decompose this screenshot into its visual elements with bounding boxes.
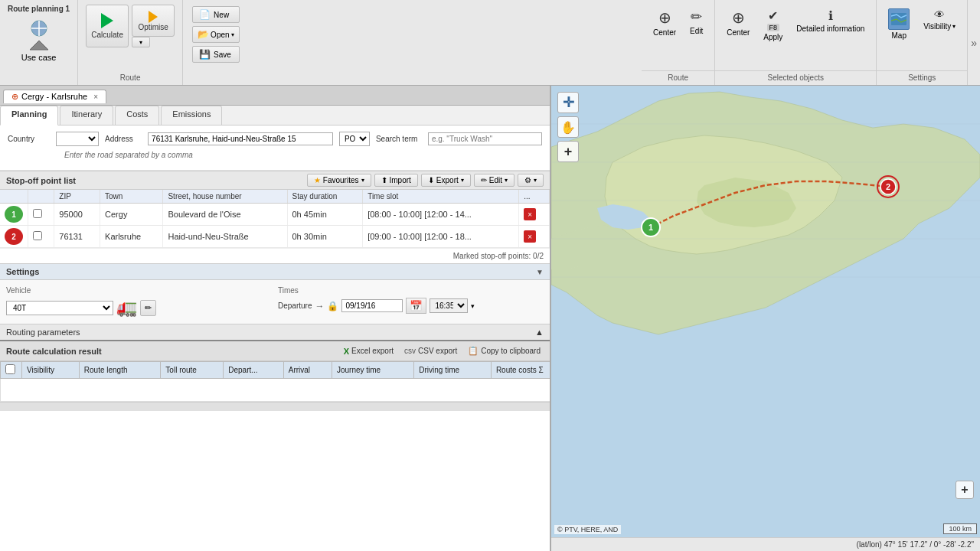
- center-route-label: Center: [653, 28, 676, 37]
- search-input[interactable]: [428, 132, 542, 145]
- visibility-button[interactable]: 👁 Visibility ▾: [918, 5, 961, 34]
- csv-export-button[interactable]: csv CSV export: [401, 345, 460, 357]
- td-check-2: [28, 226, 54, 248]
- result-empty-row: [1, 379, 550, 402]
- favourites-button[interactable]: ★ Favourites ▾: [307, 174, 371, 187]
- apply-icon: ✔: [768, 8, 778, 23]
- map-crosshair-button[interactable]: ✛: [557, 92, 579, 113]
- tab-emissions[interactable]: Emissions: [161, 106, 222, 125]
- import-button[interactable]: ⬆ Import: [374, 174, 418, 187]
- horizontal-scrollbar[interactable]: [0, 402, 550, 411]
- calendar-button[interactable]: 📅: [406, 298, 426, 314]
- map-button[interactable]: Map: [883, 5, 915, 44]
- settings-section: Settings ▼ Vehicle 40T 🚛 ✏ Times: [0, 263, 550, 324]
- toolbar-expand[interactable]: »: [967, 0, 980, 85]
- th-street: Street, house number: [163, 190, 287, 204]
- table-row: 2 76131 Karlsruhe Haid-und-Neu-Straße 0h…: [0, 226, 550, 248]
- tab-planning[interactable]: Planning: [0, 106, 58, 126]
- svg-text:2: 2: [886, 182, 890, 191]
- export-chevron: ▾: [461, 177, 464, 184]
- edit-stopoff-button[interactable]: ✏ Edit ▾: [474, 174, 514, 187]
- search-term-label: Search term: [376, 135, 422, 143]
- route-tab[interactable]: ⊕ Cergy - Karlsruhe ×: [3, 90, 106, 103]
- tab-costs[interactable]: Costs: [115, 106, 159, 125]
- route-tab-close[interactable]: ×: [93, 93, 98, 101]
- apply-button[interactable]: ✔ F8 Apply: [758, 5, 788, 45]
- calculate-button[interactable]: Calculate: [86, 5, 129, 47]
- map-coords-text: (lat/lon) 47° 15' 17.2" / 0° -28' -2.2": [857, 540, 974, 549]
- th-checkbox: [0, 190, 28, 204]
- settings-header[interactable]: Settings ▼: [0, 264, 550, 280]
- date-input[interactable]: [341, 299, 403, 312]
- gear-button[interactable]: ⚙ ▾: [518, 174, 544, 187]
- vehicle-row: 40T 🚛 ✏: [6, 298, 272, 318]
- planning-tabs: Planning Itinerary Costs Emissions: [0, 106, 550, 126]
- edit-stopoff-icon: ✏: [481, 176, 487, 184]
- detailed-info-button[interactable]: ℹ Detailed information: [791, 5, 870, 37]
- map-zoom-in-button[interactable]: +: [557, 141, 579, 162]
- export-button[interactable]: ⬇ Export ▾: [421, 174, 471, 187]
- times-label: Times: [278, 286, 544, 295]
- visibility-chevron: ▾: [952, 23, 956, 30]
- map-canvas[interactable]: 1 2 ✛ ✋ + + ©: [551, 86, 980, 537]
- result-select-all[interactable]: [5, 364, 15, 374]
- map-zoom-plus-button[interactable]: +: [956, 481, 974, 499]
- routing-params[interactable]: Routing parameters ▲: [0, 324, 550, 340]
- delete-row-2-button[interactable]: ×: [524, 230, 536, 243]
- row-1-checkbox[interactable]: [33, 209, 42, 218]
- map-hand-button[interactable]: ✋: [557, 116, 579, 138]
- open-chevron: ▾: [231, 31, 234, 38]
- map-svg: 1 2: [551, 86, 980, 537]
- poi-select[interactable]: POI: [339, 132, 370, 146]
- map-scale: 100 km: [943, 523, 977, 534]
- optimise-dropdown[interactable]: ▾: [132, 37, 150, 47]
- country-select[interactable]: [56, 132, 99, 146]
- settings-content: Vehicle 40T 🚛 ✏ Times Departure → 🔒: [0, 280, 550, 324]
- open-button[interactable]: 📂 Open ▾: [192, 26, 239, 43]
- new-icon: 📄: [199, 9, 211, 20]
- th-check2: [28, 190, 54, 204]
- center-route-top: ⊕ Center ✏ Edit: [642, 0, 714, 70]
- excel-export-button[interactable]: X Excel export: [341, 345, 397, 357]
- right-center-button[interactable]: ⊕ Center: [721, 5, 755, 41]
- visibility-icon: 👁: [934, 8, 945, 21]
- stopoff-title: Stop-off point list: [6, 176, 76, 185]
- address-row: Country Address POI Search term: [8, 132, 542, 146]
- detailed-info-icon: ℹ: [828, 8, 833, 23]
- save-button[interactable]: 💾 Save: [192, 46, 239, 63]
- address-input[interactable]: [148, 132, 333, 145]
- edit-route-button[interactable]: ✏ Edit: [684, 5, 708, 39]
- right-center-label: Center: [727, 28, 750, 37]
- time-select[interactable]: 16:35: [430, 298, 468, 313]
- optimise-button[interactable]: Optimise: [132, 5, 175, 37]
- routing-params-label: Routing parameters: [6, 328, 80, 337]
- left-panel: ⊕ Cergy - Karlsruhe × Planning Itinerary…: [0, 86, 551, 551]
- time-chevron: ▾: [471, 302, 475, 310]
- tab-itinerary[interactable]: Itinerary: [60, 106, 113, 125]
- edit-stopoff-chevron: ▾: [505, 177, 508, 184]
- result-section: Route calculation result X Excel export …: [0, 340, 550, 411]
- file-section: 📄 New 📂 Open ▾ 💾 Save: [183, 0, 248, 85]
- edit-route-icon: ✏: [691, 8, 702, 25]
- gear-icon: ⚙: [524, 176, 531, 184]
- th-depart: Depart...: [224, 362, 284, 379]
- delete-row-1-button[interactable]: ×: [524, 208, 536, 220]
- copy-clipboard-button[interactable]: 📋 Copy to clipboard: [465, 344, 544, 357]
- export-buttons: X Excel export csv CSV export 📋 Copy to …: [341, 344, 544, 357]
- route-planning-label: Route planning 1: [8, 5, 70, 13]
- vehicle-group: Vehicle 40T 🚛 ✏: [6, 286, 272, 318]
- vehicle-select[interactable]: 40T: [6, 301, 113, 315]
- open-label: Open: [211, 31, 229, 39]
- favourites-chevron: ▾: [361, 177, 364, 184]
- form-area: Country Address POI Search term Enter th…: [0, 126, 550, 171]
- edit-vehicle-button[interactable]: ✏: [140, 300, 156, 316]
- usecase-label: Use case: [21, 53, 57, 62]
- td-timeslot-1: [08:00 - 10:00] [12:00 - 14...: [363, 204, 519, 226]
- excel-export-label: Excel export: [351, 347, 394, 355]
- settings-toolbar-label: Settings: [877, 70, 967, 85]
- center-route-button[interactable]: ⊕ Center: [648, 5, 681, 41]
- row-2-checkbox[interactable]: [33, 231, 42, 240]
- th-town: Town: [100, 190, 163, 204]
- new-button[interactable]: 📄 New: [192, 6, 239, 23]
- usecase-icon[interactable]: [21, 16, 57, 53]
